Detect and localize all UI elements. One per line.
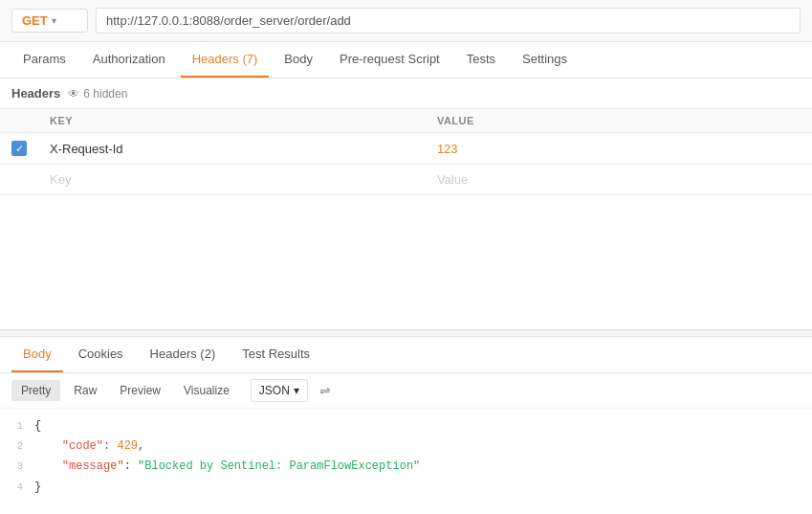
tab-authorization[interactable]: Authorization (81, 42, 177, 78)
response-tab-testresults[interactable]: Test Results (230, 337, 321, 372)
code-line-3: 3 "message": "Blocked by Sentinel: Param… (0, 457, 812, 477)
tab-settings[interactable]: Settings (511, 42, 579, 78)
code-content-2: "code": 429, (34, 437, 812, 456)
row-key-cell: X-Request-Id (38, 133, 426, 165)
tab-body[interactable]: Body (273, 42, 324, 78)
json-value-2: 429 (117, 439, 138, 453)
request-tabs: Params Authorization Headers (7) Body Pr… (0, 42, 812, 78)
code-content-4: } (34, 479, 812, 497)
section-divider (0, 329, 812, 337)
json-value-3: "Blocked by Sentinel: ParamFlowException… (138, 459, 420, 473)
hidden-badge: 👁 6 hidden (68, 87, 127, 101)
format-tabs: Pretty Raw Preview Visualize JSON ▾ ⇌ (0, 373, 812, 409)
response-tab-cookies[interactable]: Cookies (67, 337, 135, 372)
json-key-2: "code" (62, 439, 103, 453)
table-empty-row: Key Value (0, 165, 812, 195)
empty-checkbox-cell (0, 165, 38, 195)
line-number-4: 4 (0, 480, 34, 497)
tab-prerequest[interactable]: Pre-request Script (328, 42, 451, 78)
row-checkbox-cell[interactable]: ✓ (0, 133, 38, 165)
tab-params[interactable]: Params (11, 42, 77, 78)
line-number-3: 3 (0, 458, 34, 476)
code-content-3: "message": "Blocked by Sentinel: ParamFl… (34, 458, 812, 476)
line-number-1: 1 (0, 418, 34, 436)
format-tab-preview[interactable]: Preview (110, 380, 170, 401)
json-format-select[interactable]: JSON ▾ (251, 379, 308, 402)
headers-label: Headers (11, 86, 60, 101)
method-chevron-icon: ▾ (52, 15, 56, 26)
row-value-value: 123 (437, 142, 458, 156)
response-tab-headers[interactable]: Headers (2) (139, 337, 228, 372)
empty-key-placeholder: Key (50, 172, 71, 187)
code-content-1: { (34, 417, 812, 436)
url-bar: GET ▾ (0, 0, 812, 42)
row-key-value: X-Request-Id (50, 142, 123, 156)
json-format-chevron: ▾ (294, 384, 299, 397)
code-line-4: 4 } (0, 478, 812, 498)
row-checkbox[interactable]: ✓ (11, 141, 27, 156)
empty-key-cell[interactable]: Key (38, 165, 426, 195)
line-number-2: 2 (0, 438, 34, 456)
empty-value-placeholder: Value (437, 172, 468, 187)
format-tab-visualize[interactable]: Visualize (174, 380, 239, 401)
code-area: 1 { 2 "code": 429, 3 "message": "Blocked… (0, 409, 812, 505)
headers-table: KEY VALUE ✓ X-Request-Id 123 Key Value (0, 109, 812, 195)
col-value-header: VALUE (426, 109, 812, 133)
headers-section: Headers 👁 6 hidden (0, 78, 812, 109)
col-key-header: KEY (38, 109, 426, 133)
json-key-3: "message" (62, 459, 124, 473)
hidden-count: 6 hidden (83, 87, 127, 101)
tab-tests[interactable]: Tests (455, 42, 507, 78)
table-row: ✓ X-Request-Id 123 (0, 133, 812, 165)
format-tab-pretty[interactable]: Pretty (11, 380, 60, 401)
tab-headers[interactable]: Headers (7) (181, 42, 270, 78)
json-format-label: JSON (259, 384, 290, 397)
response-tab-body[interactable]: Body (11, 337, 63, 372)
empty-value-cell[interactable]: Value (426, 165, 812, 195)
method-select[interactable]: GET ▾ (11, 9, 88, 33)
code-line-2: 2 "code": 429, (0, 436, 812, 457)
format-tab-raw[interactable]: Raw (64, 380, 106, 401)
code-line-1: 1 { (0, 416, 812, 436)
eye-icon: 👁 (68, 87, 79, 101)
filter-icon[interactable]: ⇌ (319, 383, 331, 398)
url-input[interactable] (96, 8, 801, 34)
method-label: GET (22, 13, 48, 28)
response-tabs: Body Cookies Headers (2) Test Results (0, 337, 812, 373)
row-value-cell: 123 (426, 133, 812, 165)
col-checkbox-header (0, 109, 38, 133)
